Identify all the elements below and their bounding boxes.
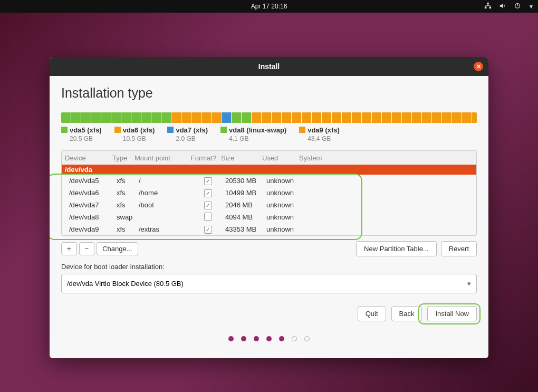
remove-partition-button[interactable]: − [79, 242, 95, 255]
cell-type: swap [117, 213, 139, 221]
col-system[interactable]: System [299, 154, 331, 162]
cell-size: 2046 MB [225, 201, 266, 209]
back-button[interactable]: Back [391, 306, 422, 321]
close-icon[interactable]: ✕ [474, 62, 483, 71]
col-mount[interactable]: Mount point [134, 154, 186, 162]
cell-mount: /home [139, 189, 190, 197]
col-size[interactable]: Size [221, 154, 262, 162]
installer-window: Install ✕ Installation type vda5 (xfs)20… [50, 57, 488, 358]
table-row[interactable]: /dev/vda9xfs/extras43353 MBunknown [62, 223, 476, 235]
new-partition-table-button[interactable]: New Partition Table... [356, 241, 437, 256]
svg-rect-1 [485, 6, 487, 8]
add-partition-button[interactable]: + [61, 242, 77, 255]
cell-type: xfs [117, 177, 139, 185]
format-checkbox[interactable] [204, 202, 212, 209]
disk-header-row[interactable]: /dev/vda [62, 165, 476, 175]
table-row[interactable]: /dev/vda8swap4094 MBunknown [62, 211, 476, 223]
progress-dots [61, 321, 477, 354]
quit-button[interactable]: Quit [358, 306, 386, 321]
cell-used: unknown [266, 225, 303, 233]
cell-format[interactable] [190, 189, 225, 197]
col-type[interactable]: Type [112, 154, 134, 162]
legend-item: vda9 (xfs)43.4 GB [299, 126, 340, 143]
cell-used: unknown [266, 177, 303, 185]
cell-size: 4094 MB [225, 213, 266, 221]
bootloader-label: Device for boot loader installation: [61, 263, 477, 271]
cell-device: /dev/vda6 [69, 189, 117, 197]
page-heading: Installation type [61, 85, 477, 101]
bootloader-device-select[interactable]: /dev/vda Virtio Block Device (80.5 GB) ▾ [61, 274, 477, 293]
dot [254, 336, 259, 341]
table-row[interactable]: /dev/vda5xfs/20530 MBunknown [62, 175, 476, 187]
clock: Apr 17 20:16 [251, 3, 287, 10]
cell-used: unknown [266, 201, 303, 209]
change-partition-button[interactable]: Change... [97, 242, 138, 255]
legend-item: vda7 (xfs)2.0 GB [167, 126, 208, 143]
cell-size: 43353 MB [225, 225, 266, 233]
volume-icon[interactable] [499, 2, 506, 11]
power-icon[interactable] [514, 2, 521, 11]
dot [228, 336, 234, 341]
dot [304, 336, 310, 341]
legend-item: vda8 (linux-swap)4.1 GB [220, 126, 286, 143]
cell-mount: /boot [139, 201, 190, 209]
table-row[interactable]: /dev/vda7xfs/boot2046 MBunknown [62, 199, 476, 211]
cell-format[interactable] [190, 225, 225, 234]
table-row[interactable]: /dev/vda6xfs/home10499 MBunknown [62, 187, 476, 199]
svg-rect-2 [489, 6, 492, 8]
cell-type: xfs [117, 201, 139, 209]
format-checkbox[interactable] [204, 226, 212, 234]
dot [279, 336, 284, 341]
revert-button[interactable]: Revert [441, 241, 477, 256]
partition-table[interactable]: Device Type Mount point Format? Size Use… [61, 150, 477, 236]
format-checkbox[interactable] [204, 177, 212, 185]
cell-mount: / [139, 177, 190, 185]
cell-used: unknown [266, 189, 303, 197]
partition-legend: vda5 (xfs)20.5 GBvda6 (xfs)10.5 GBvda7 (… [61, 126, 477, 143]
disk-usage-bar [61, 112, 477, 123]
cell-type: xfs [117, 189, 139, 197]
legend-item: vda6 (xfs)10.5 GB [114, 126, 155, 143]
format-checkbox[interactable] [204, 213, 212, 221]
cell-device: /dev/vda5 [69, 177, 117, 185]
chevron-down-icon: ▾ [467, 280, 471, 288]
cell-device: /dev/vda9 [69, 225, 117, 233]
bootloader-value: /dev/vda Virtio Block Device (80.5 GB) [67, 280, 184, 288]
cell-device: /dev/vda7 [69, 201, 117, 209]
window-title: Install [258, 62, 280, 71]
cell-device: /dev/vda8 [69, 213, 117, 221]
cell-type: xfs [117, 225, 139, 233]
titlebar: Install ✕ [50, 57, 488, 76]
install-now-button[interactable]: Install Now [427, 306, 477, 321]
dot [266, 336, 272, 341]
cell-format[interactable] [190, 177, 225, 185]
cell-format[interactable] [190, 201, 225, 209]
format-checkbox[interactable] [204, 189, 212, 197]
cell-size: 10499 MB [225, 189, 266, 197]
col-device[interactable]: Device [65, 154, 112, 162]
col-used[interactable]: Used [262, 154, 299, 162]
cell-format[interactable] [190, 213, 225, 222]
col-format[interactable]: Format? [186, 154, 221, 162]
svg-rect-0 [487, 2, 489, 4]
cell-used: unknown [266, 213, 303, 221]
network-icon[interactable] [484, 2, 492, 11]
chevron-down-icon[interactable]: ▼ [529, 4, 534, 9]
legend-item: vda5 (xfs)20.5 GB [61, 126, 102, 143]
cell-size: 20530 MB [225, 177, 266, 185]
dot [241, 336, 246, 341]
dot [292, 336, 297, 341]
cell-mount: /extras [139, 225, 190, 233]
